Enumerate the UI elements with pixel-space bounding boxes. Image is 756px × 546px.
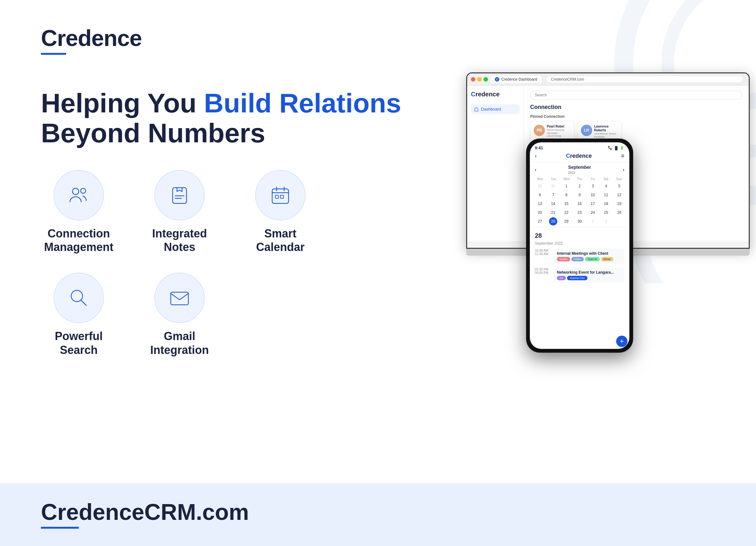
cal-day[interactable]: 28 [549, 217, 557, 226]
note-icon [168, 184, 191, 207]
cal-day[interactable]: 27 [536, 217, 544, 226]
powerful-search-circle [54, 273, 104, 323]
phone-screen: 9:41 📞 ▐▌ 🔋 ‹ Credence ≡ [530, 142, 629, 349]
nav-dashboard-label: Dashboard [481, 107, 501, 112]
phone-mockup: 9:41 📞 ▐▌ 🔋 ‹ Credence ≡ [526, 139, 633, 353]
calendar-icon [269, 184, 292, 207]
connection-management-circle [54, 170, 104, 221]
tl-green [484, 77, 488, 82]
cal-day[interactable]: 1 [562, 182, 570, 190]
event-card-2: Networking Event for Langara... Iris Joa… [554, 268, 624, 283]
cal-day[interactable]: 1 [589, 217, 597, 226]
cal-day[interactable]: 30 [576, 217, 584, 226]
cal-day[interactable]: 19 [615, 200, 623, 208]
feature-gmail-integration: GmailIntegration [142, 273, 217, 356]
cal-day[interactable]: 12 [615, 191, 623, 199]
contact-role-pearl: District Security SpecialistLesch Group [547, 129, 571, 138]
fab-add-button[interactable]: + [616, 336, 627, 347]
hero-line2: Beyond Numbers [41, 118, 401, 148]
cal-day[interactable]: 15 [562, 200, 570, 208]
cal-day[interactable]: 16 [576, 200, 584, 208]
integrated-notes-circle [154, 170, 205, 221]
event-title-1: Internal Meetings with Client [557, 251, 621, 256]
feature-integrated-notes: IntegratedNotes [142, 170, 217, 254]
cal-day[interactable]: 23 [576, 209, 584, 217]
address-bar: CredenceCRM.com [547, 76, 742, 83]
contact-name-lawrence: Lawrence Roberts [594, 125, 618, 132]
phone-app-name: Credence [566, 153, 592, 159]
cal-next-arrow[interactable]: › [623, 167, 624, 172]
event-date-header: 28 [535, 232, 624, 239]
event-item-2: 02:30 PM04:00 PM Networking Event for La… [535, 268, 624, 283]
cal-prev-arrow[interactable]: ‹ [535, 167, 536, 172]
cal-day[interactable]: 26 [615, 209, 623, 217]
event-tags-2: Iris Joanne Cho [557, 276, 621, 280]
svg-rect-7 [275, 195, 278, 198]
event-time-1: 10:30 AM11:30 AM [535, 249, 551, 264]
website-underline [41, 527, 79, 529]
cal-day[interactable]: 11 [602, 191, 610, 199]
phone-divider [530, 227, 629, 228]
event-title-2: Networking Event for Langara... [557, 270, 621, 274]
tag-yuen-ki: Yuen Ki [585, 257, 600, 262]
tag-elmer: Elmer [601, 257, 614, 262]
cal-day[interactable]: 7 [549, 191, 557, 199]
cal-day[interactable]: 3 [589, 182, 597, 190]
cal-day[interactable]: 29 [562, 217, 570, 226]
devices-area: C Credence Dashboard CredenceCRM.com Cre… [409, 47, 756, 457]
cal-day[interactable]: 22 [562, 209, 570, 217]
event-tags-1: Danko Keiko Yuen Ki Elmer [557, 257, 621, 262]
cal-day[interactable]: 24 [589, 209, 597, 217]
cal-day[interactable]: 4 [602, 182, 610, 190]
avatar-lawrence: LR [581, 125, 592, 136]
event-time-2: 02:30 PM04:00 PM [535, 268, 551, 283]
dashboard-icon [474, 107, 478, 112]
browser-chrome: C Credence Dashboard CredenceCRM.com [467, 73, 749, 86]
nav-dashboard[interactable]: Dashboard [471, 104, 520, 114]
cal-day[interactable]: 21 [549, 209, 557, 217]
cal-day[interactable]: 30 [549, 182, 557, 190]
cal-day[interactable]: 6 [536, 191, 544, 199]
cal-day[interactable]: 29 [536, 182, 544, 190]
cal-day[interactable]: 10 [589, 191, 597, 199]
feature-label-search: PowerfulSearch [55, 329, 103, 356]
event-item-1: 10:30 AM11:30 AM Internal Meetings with … [535, 249, 624, 264]
svg-point-3 [72, 188, 79, 195]
phone-calendar-grid: Mon Tue Wed Thu Fri Sat Sun 293012345678… [530, 177, 629, 226]
users-icon [67, 184, 90, 207]
battery-icon: 🔋 [620, 146, 624, 150]
browser-tab: C Credence Dashboard [490, 76, 541, 83]
cal-day[interactable]: 13 [536, 200, 544, 208]
pinned-section-label: Pinned Connection [530, 114, 742, 119]
tag-iris: Iris [557, 276, 566, 280]
menu-icon[interactable]: ≡ [621, 153, 624, 159]
cal-day[interactable]: 25 [602, 209, 610, 217]
feature-label-notes: IntegratedNotes [152, 227, 207, 254]
cal-month-year: September2022 [568, 165, 591, 175]
cal-day[interactable]: 8 [562, 191, 570, 199]
cal-day[interactable]: 2 [602, 217, 610, 226]
cal-day[interactable]: 18 [602, 200, 610, 208]
cal-day[interactable]: 2 [576, 182, 584, 190]
gmail-integration-circle [154, 273, 205, 323]
cal-day[interactable]: 5 [615, 182, 623, 190]
svg-rect-10 [171, 292, 188, 305]
phone-nav: ‹ Credence ≡ [530, 152, 629, 162]
tl-yellow [477, 77, 482, 82]
website-url-area: CredenceCRM.com [41, 499, 249, 529]
contact-name-pearl: Pearl Robel [547, 125, 571, 129]
feature-connection-management: ConnectionManagement [41, 170, 117, 254]
svg-point-9 [71, 290, 83, 302]
cal-day[interactable]: 17 [589, 200, 597, 208]
phone-events-section: 28 September 2022 10:30 AM11:30 AM Inter… [530, 230, 629, 289]
crm-sidebar: Credence Dashboard [467, 86, 524, 241]
tag-joanne: Joanne Cho [567, 276, 587, 280]
avatar-pearl: PR [534, 125, 545, 136]
cal-day[interactable]: 14 [549, 200, 557, 208]
cal-day[interactable]: 20 [536, 209, 544, 217]
crm-search-input[interactable] [530, 91, 742, 100]
cal-day[interactable]: 9 [576, 191, 584, 199]
hero-text: Helping You Build Relations Beyond Numbe… [41, 88, 401, 148]
phone-calendar-header: ‹ September2022 › [530, 162, 629, 177]
back-button[interactable]: ‹ [535, 153, 537, 159]
